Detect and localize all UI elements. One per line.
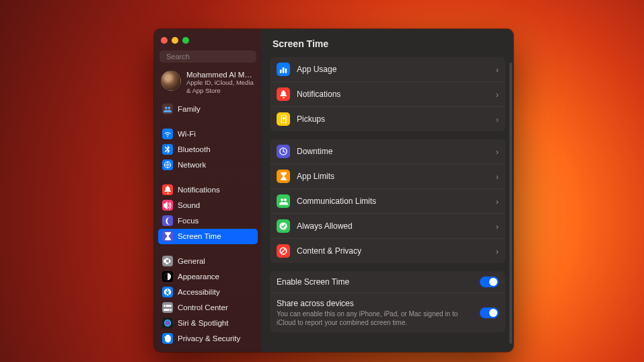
hourglass-icon — [162, 231, 173, 242]
check-icon — [277, 219, 290, 233]
toggle-row-enable: Enable Screen Time — [270, 271, 505, 293]
settings-row-downtime[interactable]: Downtime› — [270, 139, 505, 164]
sidebar-item-label: Appearance — [178, 273, 219, 281]
wifi-icon — [162, 129, 173, 139]
sidebar-item-label: Family — [178, 105, 201, 113]
settings-row-communication-limits[interactable]: Communication Limits› — [270, 188, 505, 213]
minimize-button[interactable] — [172, 37, 178, 44]
bell-icon — [277, 87, 290, 101]
hourglass-icon — [277, 170, 290, 183]
sidebar-item-focus[interactable]: Focus — [158, 213, 258, 229]
svg-point-21 — [281, 198, 283, 201]
settings-row-notifications[interactable]: Notifications› — [270, 81, 505, 106]
sidebar-item-label: Wi-Fi — [178, 130, 196, 138]
toggle-share[interactable] — [480, 307, 499, 318]
settings-section: Downtime›App Limits›Communication Limits… — [270, 139, 505, 263]
sidebar-item-label: Screen Time — [178, 232, 221, 240]
chevron-right-icon: › — [496, 196, 499, 207]
row-label: Always Allowed — [297, 221, 489, 231]
people-icon — [277, 194, 290, 208]
window-controls — [154, 33, 262, 46]
row-label: Downtime — [297, 147, 489, 156]
svg-rect-8 — [164, 305, 172, 307]
chevron-right-icon: › — [496, 114, 499, 124]
row-label: Pickups — [297, 114, 489, 124]
account-row[interactable]: Mohammed Al Ma… Apple ID, iCloud, Media … — [154, 67, 262, 100]
svg-rect-18 — [285, 68, 287, 73]
settings-row-app-usage[interactable]: App Usage› — [270, 57, 505, 81]
pickup-icon — [277, 112, 290, 126]
svg-rect-10 — [164, 309, 172, 311]
svg-point-22 — [283, 198, 286, 201]
network-icon — [162, 159, 173, 170]
moon-icon — [162, 215, 173, 226]
sidebar-item-family[interactable]: Family — [158, 102, 258, 117]
accessibility-icon — [162, 287, 173, 297]
sidebar-item-appearance[interactable]: Appearance — [158, 269, 258, 285]
sidebar-item-screentime[interactable]: Screen Time — [158, 229, 258, 244]
sidebar-item-label: Siri & Spotlight — [178, 319, 228, 327]
toggle-title: Share across devices — [277, 299, 473, 308]
sidebar-item-label: General — [178, 257, 205, 265]
sidebar-item-privacy[interactable]: Privacy & Security — [158, 331, 258, 347]
account-subtitle: Apple ID, iCloud, Media & App Store — [186, 79, 255, 95]
settings-row-content-privacy[interactable]: Content & Privacy› — [270, 238, 505, 263]
sidebar: Mohammed Al Ma… Apple ID, iCloud, Media … — [154, 29, 262, 352]
settings-row-app-limits[interactable]: App Limits› — [270, 164, 505, 188]
bell-icon — [162, 184, 173, 195]
toggles-section: Enable Screen TimeShare across devicesYo… — [270, 271, 505, 332]
chevron-right-icon: › — [496, 147, 499, 157]
toggle-description: You can enable this on any iPhone, iPad,… — [277, 310, 465, 327]
sidebar-item-label: Bluetooth — [178, 145, 211, 153]
chevron-right-icon: › — [496, 89, 499, 100]
sidebar-group: Family — [154, 100, 262, 118]
search-field[interactable] — [159, 50, 256, 63]
clock-icon — [277, 145, 290, 158]
chevron-right-icon: › — [496, 221, 499, 231]
content-pane: Screen Time App Usage›Notifications›Pick… — [262, 29, 513, 352]
sidebar-item-bluetooth[interactable]: Bluetooth — [158, 142, 258, 157]
svg-point-9 — [165, 305, 166, 306]
sidebar-item-label: Focus — [178, 217, 199, 225]
siri-icon — [162, 318, 173, 328]
fullscreen-button[interactable] — [182, 37, 189, 44]
content-scroll[interactable]: App Usage›Notifications›Pickups›Downtime… — [262, 57, 513, 352]
sidebar-item-sound[interactable]: Sound — [158, 198, 258, 213]
toggle-row-share: Share across devicesYou can enable this … — [270, 293, 505, 332]
settings-window: Mohammed Al Ma… Apple ID, iCloud, Media … — [154, 29, 513, 352]
sidebar-item-siri[interactable]: Siri & Spotlight — [158, 316, 258, 331]
settings-section: App Usage›Notifications›Pickups› — [270, 57, 505, 131]
sidebar-item-label: Notifications — [178, 186, 220, 194]
sidebar-item-label: Sound — [178, 201, 200, 209]
bars-icon — [277, 63, 290, 76]
svg-rect-16 — [280, 69, 282, 73]
settings-row-always-allowed[interactable]: Always Allowed› — [270, 213, 505, 238]
sidebar-scroll[interactable]: FamilyWi-FiBluetoothNetworkNotifications… — [154, 100, 262, 352]
sidebar-group: NotificationsSoundFocusScreen Time — [154, 181, 262, 246]
svg-line-25 — [281, 249, 286, 254]
avatar — [161, 71, 181, 91]
svg-point-3 — [168, 106, 170, 109]
scrollbar[interactable] — [509, 63, 512, 344]
sidebar-item-label: Network — [178, 161, 206, 169]
sidebar-item-label: Accessibility — [178, 288, 220, 296]
sidebar-item-notifications[interactable]: Notifications — [158, 182, 258, 198]
sidebar-item-wifi[interactable]: Wi-Fi — [158, 126, 258, 142]
sidebar-item-general[interactable]: General — [158, 254, 258, 269]
page-title: Screen Time — [262, 29, 513, 57]
search-input[interactable] — [166, 52, 259, 61]
svg-point-11 — [169, 309, 170, 310]
switches-icon — [162, 302, 173, 313]
sidebar-item-controlcenter[interactable]: Control Center — [158, 300, 258, 316]
svg-rect-17 — [283, 67, 285, 73]
sidebar-item-accessibility[interactable]: Accessibility — [158, 285, 258, 300]
sidebar-item-network[interactable]: Network — [158, 157, 258, 173]
toggle-title: Enable Screen Time — [277, 277, 473, 287]
row-label: Communication Limits — [297, 196, 489, 206]
settings-row-pickups[interactable]: Pickups› — [270, 106, 505, 131]
row-label: Notifications — [297, 89, 489, 99]
close-button[interactable] — [161, 37, 168, 44]
toggle-enable[interactable] — [480, 277, 499, 287]
svg-point-2 — [165, 106, 168, 109]
chevron-right-icon: › — [496, 65, 499, 75]
